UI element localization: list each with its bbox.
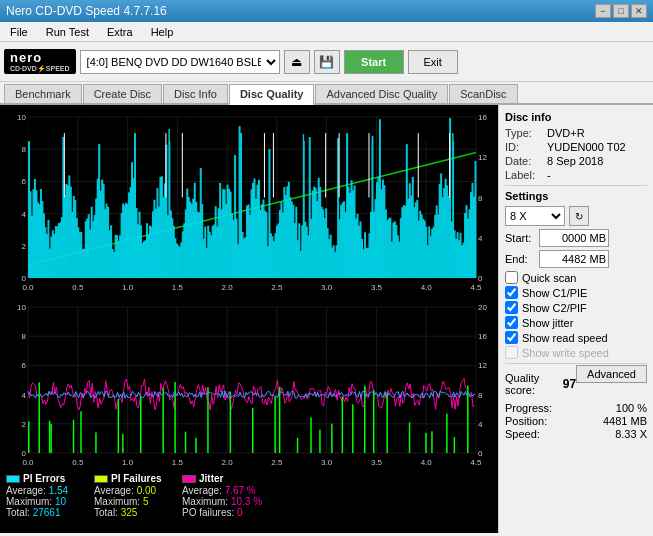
settings-title: Settings [505,190,647,202]
advanced-button[interactable]: Advanced [576,365,647,383]
position-label: Position: [505,415,547,427]
top-chart [2,109,498,296]
tab-disc-quality[interactable]: Disc Quality [229,84,315,105]
progress-value: 100 % [616,402,647,414]
exit-button[interactable]: Exit [408,50,458,74]
refresh-button[interactable]: ↻ [569,206,589,226]
maximize-button[interactable]: □ [613,4,629,18]
disc-info-title: Disc info [505,111,647,123]
minimize-button[interactable]: − [595,4,611,18]
progress-row: Progress: 100 % [505,402,647,414]
start-label: Start: [505,232,535,244]
close-button[interactable]: ✕ [631,4,647,18]
app-title: Nero CD-DVD Speed 4.7.7.16 [6,4,167,18]
date-value: 8 Sep 2018 [547,155,603,167]
right-panel: Disc info Type: DVD+R ID: YUDEN000 T02 D… [498,105,653,533]
info-id: ID: YUDEN000 T02 [505,141,647,153]
drive-select[interactable]: [4:0] BENQ DVD DD DW1640 BSLB [80,50,280,74]
end-field[interactable] [539,250,609,268]
jitter-checkbox[interactable] [505,316,518,329]
tab-create-disc[interactable]: Create Disc [83,84,162,103]
c2pif-checkbox[interactable] [505,301,518,314]
divider-1 [505,185,647,186]
pi-errors-max: 10 [55,496,66,507]
tab-bar: Benchmark Create Disc Disc Info Disc Qua… [0,82,653,105]
speed-label: Speed: [505,428,540,440]
po-failures: 0 [237,507,243,518]
checkbox-c1pie: Show C1/PIE [505,286,647,299]
pi-failures-color [94,475,108,483]
checkbox-readspeed: Show read speed [505,331,647,344]
quality-row: Quality score: 97 [505,372,576,396]
pi-errors-color [6,475,20,483]
header: nero CD·DVD⚡SPEED [4:0] BENQ DVD DD DW16… [0,42,653,82]
info-label-row: Label: - [505,169,647,181]
jitter-color [182,475,196,483]
speed-row: 8 X ↻ [505,206,647,226]
label-value: - [547,169,551,181]
progress-section: Progress: 100 % Position: 4481 MB Speed:… [505,402,647,440]
title-bar-controls: − □ ✕ [595,4,647,18]
speed-row-progress: Speed: 8.33 X [505,428,647,440]
tab-benchmark[interactable]: Benchmark [4,84,82,103]
end-row: End: [505,250,647,268]
quality-label: Quality score: [505,372,563,396]
chart-area: PI Errors Average: 1.54 Maximum: 10 Tota… [0,105,498,533]
quickscan-checkbox[interactable] [505,271,518,284]
jitter-label: Jitter [199,473,223,484]
info-type: Type: DVD+R [505,127,647,139]
tab-disc-info[interactable]: Disc Info [163,84,228,103]
menu-extra[interactable]: Extra [101,24,139,40]
id-label: ID: [505,141,543,153]
cdspeed-text: CD·DVD⚡SPEED [10,65,70,73]
nero-text: nero [10,51,70,65]
jitter-max: 10.3 % [231,496,262,507]
readspeed-label: Show read speed [522,332,608,344]
pi-failures-total: 325 [121,507,138,518]
info-date: Date: 8 Sep 2018 [505,155,647,167]
bottom-chart [2,299,498,471]
tab-advanced-disc-quality[interactable]: Advanced Disc Quality [315,84,448,103]
progress-label: Progress: [505,402,552,414]
start-field[interactable] [539,229,609,247]
c1pie-checkbox[interactable] [505,286,518,299]
speed-select[interactable]: 8 X [505,206,565,226]
position-value: 4481 MB [603,415,647,427]
divider-2 [505,363,647,364]
checkbox-writespeed: Show write speed [505,346,647,359]
legend-pi-failures: PI Failures Average: 0.00 Maximum: 5 Tot… [94,473,174,518]
type-value: DVD+R [547,127,585,139]
tab-scandisc[interactable]: ScanDisc [449,84,517,103]
c1pie-label: Show C1/PIE [522,287,587,299]
speed-value: 8.33 X [615,428,647,440]
legend-area: PI Errors Average: 1.54 Maximum: 10 Tota… [2,471,496,520]
start-button[interactable]: Start [344,50,404,74]
pi-failures-max: 5 [143,496,149,507]
writespeed-checkbox[interactable] [505,346,518,359]
pi-errors-label: PI Errors [23,473,65,484]
menu-runtest[interactable]: Run Test [40,24,95,40]
jitter-avg: 7.67 % [225,485,256,496]
readspeed-checkbox[interactable] [505,331,518,344]
end-label: End: [505,253,535,265]
checkbox-jitter: Show jitter [505,316,647,329]
checkbox-c2pif: Show C2/PIF [505,301,647,314]
menu-file[interactable]: File [4,24,34,40]
nero-logo: nero CD·DVD⚡SPEED [4,49,76,75]
c2pif-label: Show C2/PIF [522,302,587,314]
date-label: Date: [505,155,543,167]
position-row: Position: 4481 MB [505,415,647,427]
id-value: YUDEN000 T02 [547,141,626,153]
quickscan-label: Quick scan [522,272,576,284]
legend-jitter: Jitter Average: 7.67 % Maximum: 10.3 % P… [182,473,262,518]
save-icon[interactable]: 💾 [314,50,340,74]
quality-value: 97 [563,377,576,391]
title-bar: Nero CD-DVD Speed 4.7.7.16 − □ ✕ [0,0,653,22]
checkbox-quickscan: Quick scan [505,271,647,284]
eject-icon[interactable]: ⏏ [284,50,310,74]
label-label: Label: [505,169,543,181]
menu-help[interactable]: Help [145,24,180,40]
start-row: Start: [505,229,647,247]
pi-failures-avg: 0.00 [137,485,156,496]
pi-failures-label: PI Failures [111,473,162,484]
